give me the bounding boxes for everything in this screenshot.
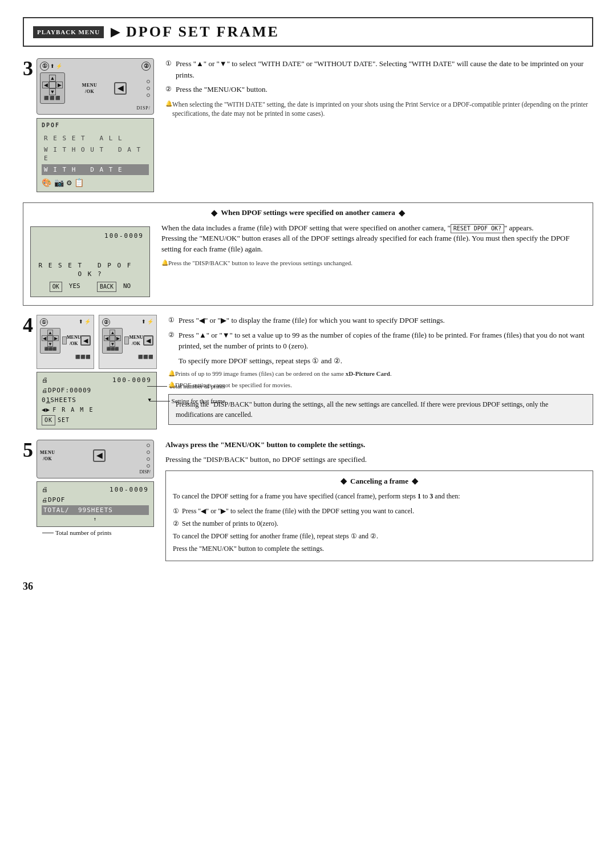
reset-text: R E S E T D P O F O K ? bbox=[37, 261, 144, 279]
step4-cam2: ② ⬆ ⚡ ▲ bbox=[99, 315, 156, 369]
cancel-step3: To cancel the DPOF setting for another f… bbox=[173, 531, 586, 541]
cancel-section: ◆ Canceling a frame ◆ To cancel the DPOF… bbox=[165, 470, 593, 561]
step4-instructions: ① Press "◀" or "▶" to display the frame … bbox=[168, 315, 593, 366]
step3-inst2: ② Press the "MENU/OK" button. bbox=[165, 84, 593, 95]
step4-row: 4 ① ⬆ ⚡ bbox=[23, 315, 593, 431]
step3-number: 3 bbox=[23, 58, 33, 79]
step3-inst1: ① Press "▲" or "▼" to select "WITH DATE"… bbox=[165, 58, 593, 80]
step3-left: 3 ① ⬆ ⚡ bbox=[23, 58, 154, 195]
menu-ok-label-s3b: /OK bbox=[82, 88, 97, 95]
s5-indicators bbox=[146, 443, 151, 468]
s4-back-btn2[interactable]: ◀ bbox=[143, 335, 153, 346]
menu-ok-label-s3: MENU bbox=[82, 82, 97, 88]
reset-buttons: OK YES BACK NO bbox=[37, 282, 144, 292]
step3-row: 3 ① ⬆ ⚡ bbox=[23, 58, 593, 195]
step5-display-area: 🖨 100-0009 🖨DPOF TOTAL/ 99SHEETS ↑ Total… bbox=[37, 481, 154, 537]
s4-sheets-label: 01SHEETS bbox=[42, 396, 76, 404]
step5-instruction-bold: Always press the "MENU/OK" button to com… bbox=[165, 440, 593, 450]
s4-num2: ② bbox=[102, 318, 110, 326]
step3-instructions: ① Press "▲" or "▼" to select "WITH DATE"… bbox=[165, 58, 593, 95]
step4-inst1: ① Press "◀" or "▶" to display the frame … bbox=[168, 315, 593, 326]
step5-right: Always press the "MENU/OK" button to com… bbox=[165, 440, 593, 568]
s5-menu-label: MENU /OK bbox=[40, 449, 55, 462]
cancel-diamond-left: ◆ bbox=[341, 476, 347, 487]
cancel-diamond-right: ◆ bbox=[412, 476, 418, 487]
another-cam-note: Press the "DISP/BACK" button to leave th… bbox=[161, 259, 586, 267]
step5-instruction: Pressing the "DISP/BACK" button, no DPOF… bbox=[165, 455, 593, 465]
another-cam-right: When the data includes a frame (file) wi… bbox=[161, 223, 586, 301]
lcd-item-without: W I T H O U T D A T E bbox=[42, 144, 149, 164]
step4-display-area: 🖨 100-0009 🖨DPOF:00009 01SHEETS ▼ ◀▶ bbox=[37, 372, 157, 429]
s4-disp-label: ⬛⬛⬛ bbox=[40, 355, 91, 360]
step3-cam-num1: ① bbox=[40, 62, 49, 71]
s5-back-btn[interactable]: ◀ bbox=[93, 449, 106, 462]
step5-dpof-display: 🖨 100-0009 🖨DPOF TOTAL/ 99SHEETS ↑ bbox=[37, 481, 154, 527]
step4-warning: Pressing the "DISP/BACK" button during t… bbox=[168, 394, 593, 425]
s4-num1: ① bbox=[40, 318, 48, 326]
step4-inst3: To specify more DPOF settings, repeat st… bbox=[168, 355, 593, 367]
another-camera-title: ◆ When DPOF settings were specified on a… bbox=[30, 208, 586, 219]
s4-back-btn[interactable]: ◀ bbox=[80, 335, 91, 346]
lcd-item-reset: R E S E T A L L bbox=[42, 133, 149, 144]
step4-left: 4 ① ⬆ ⚡ bbox=[23, 315, 157, 431]
page-header: PLAYBACK MENU ▶ DPOF SET FRAME bbox=[23, 17, 593, 47]
step4-right: ① Press "◀" or "▶" to display the frame … bbox=[168, 315, 593, 431]
lcd-title: DPOF bbox=[42, 121, 149, 129]
step5-left: 5 MENU /OK ◀ bbox=[23, 440, 154, 568]
reset-dpof-display: 100-0009 R E S E T D P O F O K ? OK YES … bbox=[30, 226, 150, 297]
reset-file-num: 100-0009 bbox=[104, 232, 144, 240]
step3-lcd-screen: DPOF R E S E T A L L W I T H O U T D A T… bbox=[37, 118, 154, 192]
back-label: BACK bbox=[97, 282, 116, 292]
another-cam-left: 100-0009 R E S E T D P O F O K ? OK YES … bbox=[30, 223, 150, 301]
s5-dpof-label: 🖨DPOF bbox=[42, 496, 149, 504]
s5-disp-label: DISP/ bbox=[40, 469, 151, 475]
cancel-intro: To cancel the DPOF setting for a frame y… bbox=[173, 492, 586, 501]
cancel-step1: ① Press "◀" or "▶" to select the frame (… bbox=[173, 506, 586, 516]
step4-cam1: ① ⬆ ⚡ ▲ bbox=[37, 315, 94, 369]
diamond-left: ◆ bbox=[211, 208, 217, 219]
cancel-steps: ① Press "◀" or "▶" to select the frame (… bbox=[173, 506, 586, 554]
s4-dpof-label: 🖨DPOF:00009 bbox=[42, 386, 152, 395]
another-camera-section: ◆ When DPOF settings were specified on a… bbox=[23, 202, 593, 306]
s5-caret: ↑ bbox=[42, 516, 149, 523]
step5-total-annotation: Total number of prints bbox=[37, 529, 154, 537]
cancel-step4: Press the "MENU/OK" button to complete t… bbox=[173, 543, 586, 554]
another-cam-body: When the data includes a frame (file) wi… bbox=[161, 223, 586, 254]
s4-file-num: 100-0009 bbox=[112, 376, 152, 384]
s5-file-num: 100-0009 bbox=[110, 485, 149, 494]
step3-note: When selecting the "WITH DATE" setting, … bbox=[165, 100, 593, 118]
step5-row: 5 MENU /OK ◀ bbox=[23, 440, 593, 568]
step3-camera-diagram: ① ⬆ ⚡ ② bbox=[37, 58, 154, 115]
setting-frame-annotation: Setting for that frame bbox=[150, 397, 225, 405]
page-number: 36 bbox=[23, 579, 593, 594]
indicators-s3 bbox=[146, 79, 151, 98]
step4-cameras: ① ⬆ ⚡ ▲ bbox=[37, 315, 157, 369]
step4-note2: DPOF settings cannot be specified for mo… bbox=[168, 381, 593, 390]
back-btn-s3[interactable]: ◀ bbox=[114, 82, 127, 95]
step3-right: ① Press "▲" or "▼" to select "WITH DATE"… bbox=[165, 58, 593, 195]
s5-total-label: TOTAL/ 99SHEETS bbox=[42, 505, 149, 515]
reset-dpof-ok-badge: RESET DPOF OK? bbox=[451, 224, 504, 233]
lcd-item-with: W I T H D A T E bbox=[42, 164, 149, 175]
lcd-bottom-icons: 🎨📷⚙📋 bbox=[42, 177, 149, 189]
s4-ok-set: OKSET bbox=[42, 415, 152, 425]
cancel-title: ◆ Canceling a frame ◆ bbox=[173, 476, 586, 487]
s4-frame-label: ◀▶ F R A M E bbox=[42, 405, 152, 414]
no-label: NO bbox=[123, 282, 131, 292]
diamond-right: ◆ bbox=[399, 208, 405, 219]
step4-number: 4 bbox=[23, 315, 33, 335]
step5-camera: MENU /OK ◀ DISP/ bbox=[37, 440, 154, 478]
yes-label: YES bbox=[69, 282, 80, 292]
page-title: DPOF SET FRAME bbox=[126, 22, 279, 42]
step5-number: 5 bbox=[23, 440, 33, 460]
playback-menu-badge: PLAYBACK MENU bbox=[33, 26, 104, 38]
step4-note1: Prints of up to 999 image frames (files)… bbox=[168, 370, 593, 378]
step4-inst2: ② Press "▲" or "▼" to set a value up to … bbox=[168, 330, 593, 352]
step4-dpof-display: 🖨 100-0009 🖨DPOF:00009 01SHEETS ▼ ◀▶ bbox=[37, 372, 157, 429]
step3-cam-num2: ② bbox=[141, 62, 151, 71]
ok-label: OK bbox=[50, 282, 62, 292]
s4-menu-label: MENU bbox=[67, 334, 80, 340]
cancel-step2: ② Set the number of prints to 0(zero). bbox=[173, 518, 586, 529]
playback-icon: ▶ bbox=[111, 23, 120, 41]
